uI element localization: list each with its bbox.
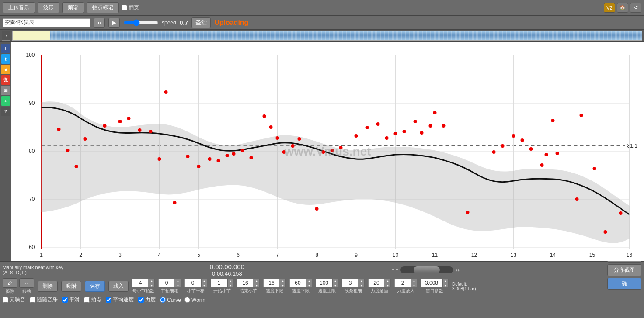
beat-fineness-spinner[interactable]: ▲ ▼ (158, 279, 181, 287)
end-bar-down[interactable]: ▼ (254, 283, 260, 287)
svg-text:90: 90 (29, 100, 35, 106)
playback-slider[interactable] (400, 266, 453, 273)
force-smooth-spinner[interactable]: ▲ ▼ (368, 279, 391, 287)
beat-point-checkbox[interactable] (84, 297, 90, 303)
save-btn[interactable]: 保存 (85, 281, 105, 292)
bar-smooth-down[interactable]: ▼ (201, 283, 207, 287)
speed-lower-spinner[interactable]: ▲ ▼ (263, 279, 286, 287)
song-name-input[interactable] (3, 18, 90, 27)
ok-btn[interactable]: 确 (607, 278, 641, 290)
force-amplify-spinner[interactable]: ▲ ▼ (394, 279, 417, 287)
line-thickness-spinner[interactable]: ▲ ▼ (316, 279, 338, 287)
waveform-track[interactable] (12, 31, 642, 41)
twitter-btn[interactable]: t (1, 54, 10, 64)
end-bar-spinner[interactable]: ▲ ▼ (237, 279, 260, 287)
start-bar-up[interactable]: ▲ (227, 279, 233, 283)
delete-btn[interactable]: 删除 (38, 281, 58, 292)
window-param-up[interactable]: ▲ (442, 279, 449, 283)
beat-mark-btn[interactable]: 拍点标记 (87, 2, 119, 13)
home-btn[interactable]: 🏠 (617, 3, 628, 13)
force-min-spinner[interactable]: ▲ ▼ (342, 279, 365, 287)
smooth-label[interactable]: 平滑 (62, 296, 80, 304)
flip-checkbox[interactable] (122, 5, 127, 10)
v2-btn[interactable]: V2 (604, 3, 615, 13)
curve-radio[interactable] (160, 297, 166, 303)
beats-per-bar-input[interactable] (132, 279, 149, 287)
start-bar-spinner[interactable]: ▲ ▼ (211, 279, 233, 287)
smooth-checkbox[interactable] (62, 297, 68, 303)
avg-speed-label[interactable]: 平均速度 (106, 296, 134, 304)
speed-slider[interactable] (123, 19, 158, 26)
speed-upper-spinner[interactable]: ▲ ▼ (289, 279, 312, 287)
force-min-input[interactable] (342, 279, 359, 287)
no-noise-checkbox[interactable] (3, 297, 8, 303)
window-param-input[interactable] (421, 279, 442, 287)
end-bar-input[interactable] (237, 279, 254, 287)
move-btn[interactable]: ↔ (19, 278, 34, 288)
beat-fineness-up[interactable]: ▲ (175, 279, 181, 283)
help-btn[interactable]: ? (1, 107, 10, 116)
beat-fineness-input[interactable] (158, 279, 175, 287)
upload-music-btn[interactable]: 上传音乐 (3, 2, 35, 13)
line-thickness-input[interactable] (316, 279, 332, 287)
waveform-btn[interactable]: 波形 (38, 2, 59, 13)
worm-option[interactable]: Worm (184, 297, 205, 303)
force-label[interactable]: 力度 (138, 296, 156, 304)
load-btn[interactable]: 载入 (108, 281, 129, 292)
window-param-down[interactable]: ▼ (442, 283, 449, 287)
force-amplify-up[interactable]: ▲ (411, 279, 417, 283)
mail-btn[interactable]: ✉ (1, 86, 10, 95)
beats-per-bar-up[interactable]: ▲ (149, 279, 155, 283)
force-min-up[interactable]: ▲ (359, 279, 365, 283)
beats-per-bar-down[interactable]: ▼ (149, 283, 155, 287)
random-music-label[interactable]: 随随音乐 (30, 296, 58, 304)
curve-option[interactable]: Curve (160, 297, 181, 303)
speed-upper-input[interactable] (289, 279, 306, 287)
force-checkbox[interactable] (138, 297, 144, 303)
no-noise-label[interactable]: 元噪音 (3, 296, 25, 304)
star-icon: ★ (4, 67, 8, 72)
spectrum-btn[interactable]: 频谱 (62, 2, 84, 13)
prev-btn[interactable]: ⏮ (94, 18, 105, 28)
confirm-btn[interactable]: 圣堂 (191, 17, 211, 28)
split-btn[interactable]: 分序截图 (607, 264, 641, 276)
force-smooth-up[interactable]: ▲ (385, 279, 391, 283)
beat-point-label[interactable]: 拍点 (84, 296, 101, 304)
force-amplify-input[interactable] (394, 279, 411, 287)
speed-lower-up[interactable]: ▲ (280, 279, 286, 283)
add-btn[interactable]: + (1, 96, 10, 106)
window-param-spinner[interactable]: ▲ ▼ (421, 279, 449, 287)
erase-btn[interactable]: 🖊 (3, 278, 17, 288)
force-smooth-down[interactable]: ▼ (385, 283, 391, 287)
bar-smooth-up[interactable]: ▲ (201, 279, 207, 283)
avg-speed-checkbox[interactable] (106, 297, 111, 303)
data-point (208, 157, 212, 161)
facebook-btn[interactable]: f (1, 44, 10, 53)
start-bar-down[interactable]: ▼ (227, 283, 233, 287)
refresh-btn[interactable]: ↺ (630, 3, 641, 13)
worm-radio[interactable] (184, 297, 190, 303)
flip-checkbox-label[interactable]: 翻页 (122, 4, 139, 11)
end-bar-up[interactable]: ▲ (254, 279, 260, 283)
bar-smooth-spinner[interactable]: ▲ ▼ (184, 279, 207, 287)
beat-fineness-down[interactable]: ▼ (175, 283, 181, 287)
play-btn[interactable]: ▶ (108, 18, 120, 28)
random-music-checkbox[interactable] (30, 297, 35, 303)
force-amplify-down[interactable]: ▼ (411, 283, 417, 287)
bar-smooth-input[interactable] (184, 279, 201, 287)
speed-upper-down[interactable]: ▼ (306, 283, 312, 287)
force-smooth-input[interactable] (368, 279, 385, 287)
speed-lower-down[interactable]: ▼ (280, 283, 286, 287)
line-thickness-down[interactable]: ▼ (332, 283, 338, 287)
favorite-btn[interactable]: ★ (1, 65, 10, 74)
line-thickness-up[interactable]: ▲ (332, 279, 338, 283)
force-min-down[interactable]: ▼ (359, 283, 365, 287)
speed-upper-up[interactable]: ▲ (306, 279, 312, 283)
weibo-btn[interactable]: 微 (1, 75, 10, 85)
speed-lower-input[interactable] (263, 279, 280, 287)
data-point (232, 152, 236, 156)
attach-btn[interactable]: 吸附 (61, 281, 81, 292)
start-bar-input[interactable] (211, 279, 227, 287)
beats-per-bar-spinner[interactable]: ▲ ▼ (132, 279, 155, 287)
data-point (173, 201, 177, 204)
